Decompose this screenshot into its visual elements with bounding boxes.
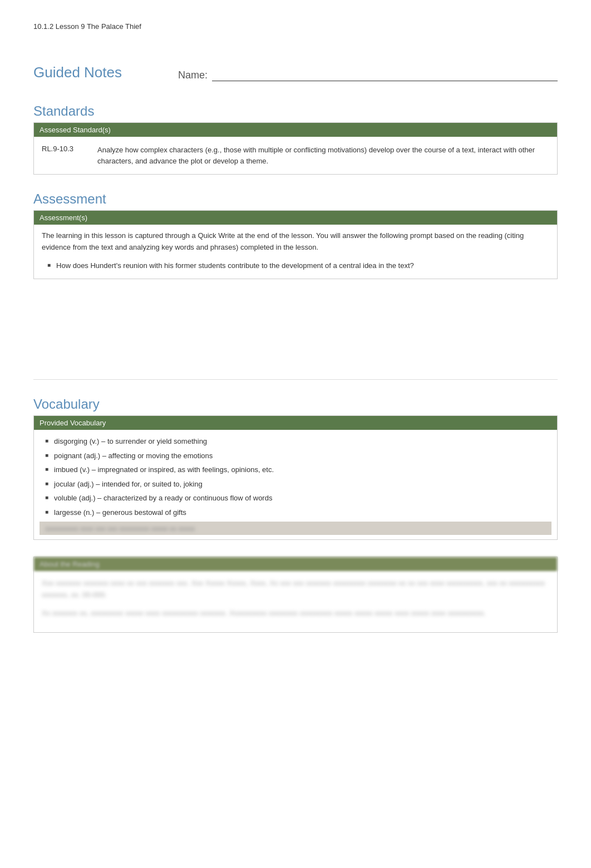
vocab-text-4: jocular (adj.) – intended for, or suited… <box>54 479 203 490</box>
vocab-item-1: ■ disgorging (v.) – to surrender or yiel… <box>40 434 551 449</box>
assessment-bullet-text-1: How does Hundert's reunion with his form… <box>56 260 414 271</box>
standards-title: Standards <box>33 103 558 119</box>
vocabulary-list: ■ disgorging (v.) – to surrender or yiel… <box>34 430 557 539</box>
vocabulary-block: Provided Vocabulary ■ disgorging (v.) – … <box>33 415 558 540</box>
standard-row: RL.9-10.3 Analyze how complex characters… <box>42 142 549 168</box>
assessment-title: Assessment <box>33 191 558 207</box>
assessment-section: Assessment Assessment(s) The learning in… <box>33 191 558 279</box>
standards-block: Assessed Standard(s) RL.9-10.3 Analyze h… <box>33 122 558 175</box>
vocab-blurred-text: xxxxxxxxxx xxxx xxx xxx xxxxxxxxx xxxxx … <box>45 525 195 533</box>
standard-code: RL.9-10.3 <box>42 145 86 166</box>
assessment-bullet-1: ■ How does Hundert's reunion with his fo… <box>42 258 549 274</box>
spacer <box>33 296 558 363</box>
blurred-paragraph-1: Xxx xxxxxxx xxxxxxx xxxx xx xxx xxxxxxx … <box>42 578 549 601</box>
vocab-bullet-6: ■ <box>45 509 48 518</box>
vocab-text-6: largesse (n.) – generous bestowal of gif… <box>54 507 186 518</box>
vocab-text-3: imbued (v.) – impregnated or inspired, a… <box>54 464 274 475</box>
assessment-content: The learning in this lesson is captured … <box>34 225 557 279</box>
vocab-bullet-2: ■ <box>45 452 48 462</box>
standards-header: Assessed Standard(s) <box>34 123 557 137</box>
vocab-text-2: poignant (adj.) – affecting or moving th… <box>54 450 213 462</box>
vocab-item-2: ■ poignant (adj.) – affecting or moving … <box>40 449 551 463</box>
page-header-text: 10.1.2 Lesson 9 The Palace Thief <box>33 22 141 31</box>
standards-content: RL.9-10.3 Analyze how complex characters… <box>34 137 557 174</box>
vocabulary-title: Vocabulary <box>33 396 558 412</box>
bullet-icon: ■ <box>47 262 51 271</box>
vocab-item-5: ■ voluble (adj.) – characterized by a re… <box>40 491 551 505</box>
vocab-text-1: disgorging (v.) – to surrender or yield … <box>54 436 207 447</box>
blurred-header-text: About the Reading <box>40 560 100 568</box>
vocab-bullet-1: ■ <box>45 438 48 447</box>
vocab-text-5: voluble (adj.) – characterized by a read… <box>54 493 272 504</box>
vocab-bullet-3: ■ <box>45 466 48 475</box>
blurred-block: About the Reading Xxx xxxxxxx xxxxxxx xx… <box>33 557 558 633</box>
vocab-item-4: ■ jocular (adj.) – intended for, or suit… <box>40 477 551 492</box>
assessment-block: Assessment(s) The learning in this lesso… <box>33 210 558 279</box>
vocab-item-3: ■ imbued (v.) – impregnated or inspired,… <box>40 463 551 477</box>
name-label: Name: <box>178 70 208 81</box>
vocab-bullet-5: ■ <box>45 494 48 504</box>
name-input-line[interactable] <box>212 68 558 81</box>
assessment-intro: The learning in this lesson is captured … <box>42 230 549 254</box>
blurred-section-header: About the Reading <box>34 557 557 571</box>
vocabulary-section: Vocabulary Provided Vocabulary ■ disgorg… <box>33 396 558 540</box>
guided-notes-title: Guided Notes <box>33 64 156 81</box>
assessment-header: Assessment(s) <box>34 211 557 225</box>
top-section: Guided Notes Name: <box>33 64 558 81</box>
page-header: 10.1.2 Lesson 9 The Palace Thief <box>33 22 558 31</box>
blurred-paragraph-2: Xx xxxxxxx xx, xxxxxxxxx xxxxx xxxx xxxx… <box>42 608 549 619</box>
blurred-content: Xxx xxxxxxx xxxxxxx xxxx xx xxx xxxxxxx … <box>34 571 557 632</box>
standard-text: Analyze how complex characters (e.g., th… <box>97 145 549 166</box>
vocab-item-6: ■ largesse (n.) – generous bestowal of g… <box>40 505 551 520</box>
blurred-section: About the Reading Xxx xxxxxxx xxxxxxx xx… <box>33 557 558 633</box>
standards-section: Standards Assessed Standard(s) RL.9-10.3… <box>33 103 558 175</box>
vocab-bullet-4: ■ <box>45 480 48 490</box>
vocab-blurred-row: xxxxxxxxxx xxxx xxx xxx xxxxxxxxx xxxxx … <box>40 522 551 535</box>
name-field: Name: <box>178 68 558 81</box>
vocabulary-header: Provided Vocabulary <box>34 416 557 430</box>
divider <box>33 379 558 380</box>
